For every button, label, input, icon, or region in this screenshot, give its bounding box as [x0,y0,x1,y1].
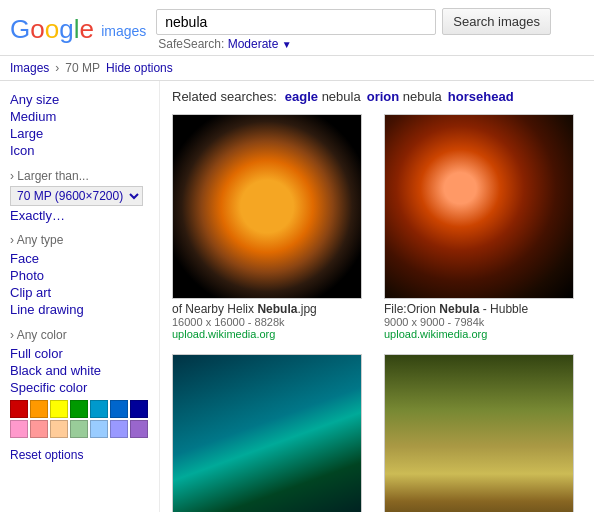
swatch-orange[interactable] [30,400,48,418]
related-label: Related searches: [172,89,277,104]
larger-than-section: Larger than... 70 MP (9600×7200) Exactly… [10,169,149,223]
image-item-orion: File:Orion Nebula - Hubble 9000 x 9000 -… [384,114,582,340]
swatch-green[interactable] [70,400,88,418]
safesearch-bar: SafeSearch: Moderate ▼ [158,37,584,51]
sidebar-icon[interactable]: Icon [10,142,149,159]
image-item-eagle [384,354,582,512]
sidebar-medium[interactable]: Medium [10,108,149,125]
safesearch-label: SafeSearch: [158,37,224,51]
main-layout: Any size Medium Large Icon Larger than..… [0,81,594,512]
header: Google images Search images SafeSearch: … [0,0,594,56]
image-thumb-eagle[interactable] [384,354,574,512]
type-title: Any type [10,233,149,247]
logo-o1: o [30,14,44,44]
logo-e: e [79,14,93,44]
color-grid [10,400,149,438]
image-caption-helix: of Nearby Helix Nebula.jpg 16000 x 16000… [172,302,370,340]
swatch-peach[interactable] [50,420,68,438]
swatch-red[interactable] [10,400,28,418]
swatch-pink[interactable] [10,420,28,438]
breadcrumb-separator: › [55,61,59,75]
swatch-periwinkle[interactable] [110,420,128,438]
sidebar-face[interactable]: Face [10,250,149,267]
logo-g2: g [59,14,73,44]
image-grid: of Nearby Helix Nebula.jpg 16000 x 16000… [172,114,582,512]
search-button[interactable]: Search images [442,8,551,35]
related-orion[interactable]: orion nebula [367,89,442,104]
search-area: Search images SafeSearch: Moderate ▼ [156,8,584,51]
image-title-orion: File:Orion Nebula - Hubble [384,302,582,316]
sidebar-any-size[interactable]: Any size [10,91,149,108]
type-section: Any type Face Photo Clip art Line drawin… [10,233,149,318]
swatch-yellow[interactable] [50,400,68,418]
image-caption-orion: File:Orion Nebula - Hubble 9000 x 9000 -… [384,302,582,340]
image-title-helix: of Nearby Helix Nebula.jpg [172,302,370,316]
search-row: Search images [156,8,584,35]
image-thumb-tcyon[interactable] [172,354,362,512]
breadcrumb-filter: 70 MP [65,61,100,75]
image-meta-orion: 9000 x 9000 - 7984k [384,316,582,328]
content-area: Related searches: eagle nebula orion neb… [160,81,594,512]
swatch-blue[interactable] [110,400,128,418]
swatch-navy[interactable] [130,400,148,418]
related-horsehead[interactable]: horsehead [448,89,514,104]
exactly-link[interactable]: Exactly… [10,208,65,223]
breadcrumb: Images › 70 MP Hide options [0,56,594,81]
color-title: Any color [10,328,149,342]
size-section: Any size Medium Large Icon [10,91,149,159]
logo-o2: o [45,14,59,44]
related-eagle[interactable]: eagle nebula [285,89,361,104]
image-meta-helix: 16000 x 16000 - 8828k [172,316,370,328]
sidebar-blackwhite[interactable]: Black and white [10,362,149,379]
sidebar-large[interactable]: Large [10,125,149,142]
swatch-teal[interactable] [90,400,108,418]
safesearch-link[interactable]: Moderate ▼ [228,37,292,51]
google-logo: Google images [10,14,146,45]
logo-g: G [10,14,30,44]
swatch-lime[interactable] [70,420,88,438]
image-item-helix: of Nearby Helix Nebula.jpg 16000 x 16000… [172,114,370,340]
sidebar-linedrawing[interactable]: Line drawing [10,301,149,318]
image-thumb-helix[interactable] [172,114,362,299]
size-dropdown: 70 MP (9600×7200) [10,186,149,206]
sidebar-photo[interactable]: Photo [10,267,149,284]
sidebar-fullcolor[interactable]: Full color [10,345,149,362]
breadcrumb-images-link[interactable]: Images [10,61,49,75]
logo-images: images [101,23,146,39]
hide-options-link[interactable]: Hide options [106,61,173,75]
color-section: Any color Full color Black and white Spe… [10,328,149,438]
size-select[interactable]: 70 MP (9600×7200) [10,186,143,206]
related-searches: Related searches: eagle nebula orion neb… [172,89,582,104]
image-source-orion: upload.wikimedia.org [384,328,582,340]
search-input[interactable] [156,9,436,35]
swatch-salmon[interactable] [30,420,48,438]
swatch-purple[interactable] [130,420,148,438]
image-thumb-orion[interactable] [384,114,574,299]
reset-options-link[interactable]: Reset options [10,448,149,462]
sidebar-specificcolor[interactable]: Specific color [10,379,149,396]
larger-than-title: Larger than... [10,169,149,183]
sidebar: Any size Medium Large Icon Larger than..… [0,81,160,512]
sidebar-clipart[interactable]: Clip art [10,284,149,301]
image-source-helix: upload.wikimedia.org [172,328,370,340]
image-item-tcyon [172,354,370,512]
swatch-skyblue[interactable] [90,420,108,438]
